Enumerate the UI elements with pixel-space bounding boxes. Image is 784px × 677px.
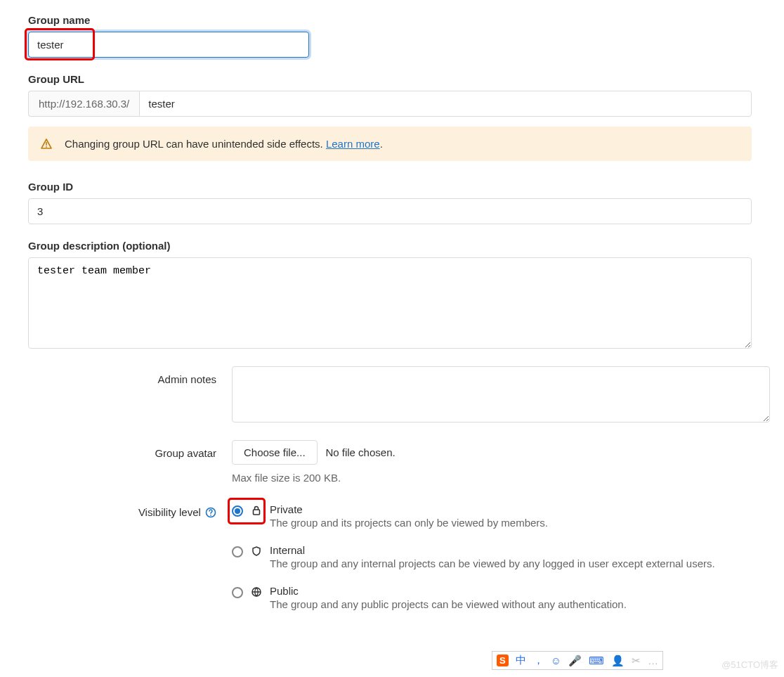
group-avatar-label: Group avatar [28, 440, 232, 484]
group-name-label: Group name [28, 14, 770, 26]
visibility-radio-internal[interactable] [232, 546, 243, 557]
admin-notes-label: Admin notes [28, 366, 232, 425]
group-name-input[interactable] [28, 32, 309, 58]
visibility-option-private[interactable]: Private The group and its projects can o… [232, 501, 770, 541]
visibility-option-internal[interactable]: Internal The group and any internal proj… [232, 541, 770, 582]
shield-icon [250, 546, 263, 559]
file-size-hint: Max file size is 200 KB. [232, 472, 770, 484]
lock-icon [250, 505, 263, 518]
group-id-label: Group ID [28, 181, 770, 193]
visibility-public-title: Public [270, 585, 627, 597]
warning-icon [41, 138, 52, 150]
visibility-radio-public[interactable] [232, 587, 243, 598]
group-description-label: Group description (optional) [28, 240, 770, 252]
admin-notes-textarea[interactable] [232, 366, 770, 423]
group-url-input[interactable] [139, 91, 752, 117]
svg-point-1 [46, 146, 47, 148]
svg-rect-4 [254, 510, 260, 515]
warning-banner: Changing group URL can have unintended s… [28, 127, 752, 161]
svg-point-3 [210, 514, 211, 515]
visibility-level-label: Visibility level [28, 499, 232, 623]
visibility-private-desc: The group and its projects can only be v… [270, 517, 548, 529]
file-chosen-status: No file chosen. [325, 446, 395, 458]
globe-icon [250, 586, 263, 600]
help-icon[interactable] [205, 507, 216, 520]
group-description-textarea[interactable]: tester team member [28, 257, 752, 349]
visibility-option-public[interactable]: Public The group and any public projects… [232, 582, 770, 623]
group-url-prefix: http://192.168.30.3/ [28, 91, 139, 117]
visibility-internal-title: Internal [270, 544, 715, 556]
choose-file-button[interactable]: Choose file... [232, 440, 318, 465]
visibility-radio-private[interactable] [232, 505, 243, 517]
visibility-internal-desc: The group and any internal projects can … [270, 557, 715, 569]
visibility-private-title: Private [270, 503, 548, 515]
group-url-label: Group URL [28, 73, 770, 85]
group-id-input[interactable] [28, 198, 752, 224]
warning-text: Changing group URL can have unintended s… [65, 138, 383, 150]
visibility-public-desc: The group and any public projects can be… [270, 598, 627, 610]
warning-learn-more-link[interactable]: Learn more [326, 138, 380, 150]
